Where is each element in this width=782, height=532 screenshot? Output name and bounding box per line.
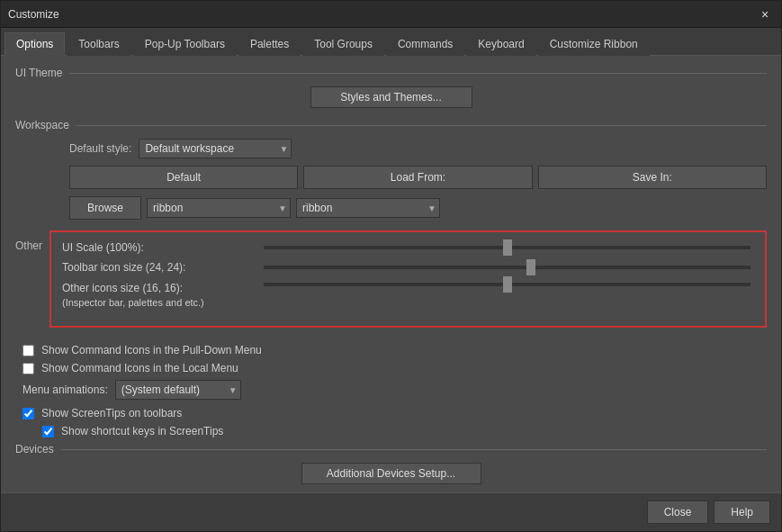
content-area: UI Theme Styles and Themes... Workspace … xyxy=(1,56,781,492)
show-screentips-checkbox[interactable] xyxy=(22,408,34,419)
tab-keyboard[interactable]: Keyboard xyxy=(466,32,535,56)
toolbar-icon-size-row: Toolbar icon size (24, 24): xyxy=(62,261,754,274)
show-command-icons-local-checkbox[interactable] xyxy=(22,363,34,374)
tab-bar: Options Toolbars Pop-Up Toolbars Palette… xyxy=(1,28,781,56)
customize-dialog: Customize × Options Toolbars Pop-Up Tool… xyxy=(0,0,782,532)
other-label: Other xyxy=(15,230,42,252)
default-button[interactable]: Default xyxy=(69,166,298,189)
save-in-button[interactable]: Save In: xyxy=(538,166,767,189)
other-section-wrapper: Other UI Scale (100%): Toolbar icon size… xyxy=(15,230,767,337)
default-style-row: Default style: Default workspace ▼ xyxy=(15,139,767,158)
menu-animations-select[interactable]: (System default) xyxy=(115,380,241,400)
devices-divider-line xyxy=(61,449,767,450)
browse-dropdown1[interactable]: ribbon xyxy=(147,198,291,218)
show-shortcut-keys-label[interactable]: Show shortcut keys in ScreenTips xyxy=(61,425,223,437)
styles-themes-button[interactable]: Styles and Themes... xyxy=(310,86,472,108)
workspace-section: Workspace xyxy=(15,119,767,131)
additional-devices-row: Additional Devices Setup... xyxy=(15,463,767,484)
workspace-label: Workspace xyxy=(15,119,69,131)
default-style-select[interactable]: Default workspace xyxy=(139,139,292,158)
menu-animations-label: Menu animations: xyxy=(22,383,108,396)
menu-animations-row: Menu animations: (System default) ▼ xyxy=(15,380,767,400)
load-from-button[interactable]: Load From: xyxy=(303,166,532,189)
show-shortcut-keys-checkbox[interactable] xyxy=(42,426,54,437)
show-command-icons-pulldown-checkbox[interactable] xyxy=(22,345,34,356)
show-shortcut-keys-row: Show shortcut keys in ScreenTips xyxy=(15,425,767,437)
tab-popup-toolbars[interactable]: Pop-Up Toolbars xyxy=(133,32,237,56)
show-command-icons-local-row: Show Command Icons in the Local Menu xyxy=(15,362,767,374)
workspace-divider xyxy=(76,125,767,126)
ui-theme-divider xyxy=(69,73,767,74)
ui-scale-label: UI Scale (100%): xyxy=(62,241,260,254)
tab-commands[interactable]: Commands xyxy=(386,32,464,56)
help-button[interactable]: Help xyxy=(714,500,770,524)
browse-dropdown1-wrapper: ribbon ▼ xyxy=(147,198,291,218)
browse-dropdown2[interactable]: ribbon xyxy=(296,198,440,218)
tab-options[interactable]: Options xyxy=(4,32,65,56)
default-style-label: Default style: xyxy=(69,142,131,155)
title-bar: Customize × xyxy=(1,1,781,28)
toolbar-icon-size-label: Toolbar icon size (24, 24): xyxy=(62,261,260,274)
tab-palettes[interactable]: Palettes xyxy=(238,32,301,56)
menu-animations-select-wrapper: (System default) ▼ xyxy=(115,380,241,400)
other-icons-slider[interactable] xyxy=(264,283,751,286)
tab-tool-groups[interactable]: Tool Groups xyxy=(302,32,384,56)
close-icon[interactable]: × xyxy=(756,5,774,23)
show-command-icons-local-label[interactable]: Show Command Icons in the Local Menu xyxy=(41,362,238,374)
dialog-footer: Close Help xyxy=(1,492,781,531)
toolbar-icon-size-slider[interactable] xyxy=(264,266,751,269)
other-icons-row: Other icons size (16, 16): (Inspector ba… xyxy=(62,281,754,310)
close-button[interactable]: Close xyxy=(647,500,709,524)
tab-toolbars[interactable]: Toolbars xyxy=(67,32,130,56)
workspace-buttons-row: Default Load From: Save In: xyxy=(15,166,767,189)
other-icons-label: Other icons size (16, 16): xyxy=(62,281,260,296)
additional-devices-button[interactable]: Additional Devices Setup... xyxy=(301,463,481,484)
browse-row: Browse ribbon ▼ ribbon ▼ xyxy=(15,196,767,220)
other-icons-label-group: Other icons size (16, 16): (Inspector ba… xyxy=(62,281,260,310)
devices-divider-row: Devices xyxy=(15,443,767,455)
other-icons-sublabel: (Inspector bar, palettes and etc.) xyxy=(62,296,260,310)
show-command-icons-pulldown-label[interactable]: Show Command Icons in the Pull-Down Menu xyxy=(41,344,262,356)
ui-scale-slider[interactable] xyxy=(264,246,751,249)
other-box: UI Scale (100%): Toolbar icon size (24, … xyxy=(49,230,767,328)
styles-themes-row: Styles and Themes... xyxy=(15,86,767,108)
show-screentips-row: Show ScreenTips on toolbars xyxy=(15,407,767,419)
show-screentips-label[interactable]: Show ScreenTips on toolbars xyxy=(41,407,182,419)
ui-theme-section: UI Theme xyxy=(15,67,767,79)
ui-theme-label: UI Theme xyxy=(15,67,62,79)
tab-customize-ribbon[interactable]: Customize Ribbon xyxy=(538,32,650,56)
devices-label: Devices xyxy=(15,443,54,455)
show-command-icons-pulldown-row: Show Command Icons in the Pull-Down Menu xyxy=(15,344,767,356)
dialog-title: Customize xyxy=(8,8,59,21)
ui-scale-row: UI Scale (100%): xyxy=(62,241,754,254)
devices-section: Devices Additional Devices Setup... xyxy=(15,443,767,484)
default-style-select-wrapper: Default workspace ▼ xyxy=(139,139,292,158)
browse-button[interactable]: Browse xyxy=(69,196,141,220)
browse-dropdown2-wrapper: ribbon ▼ xyxy=(296,198,440,218)
